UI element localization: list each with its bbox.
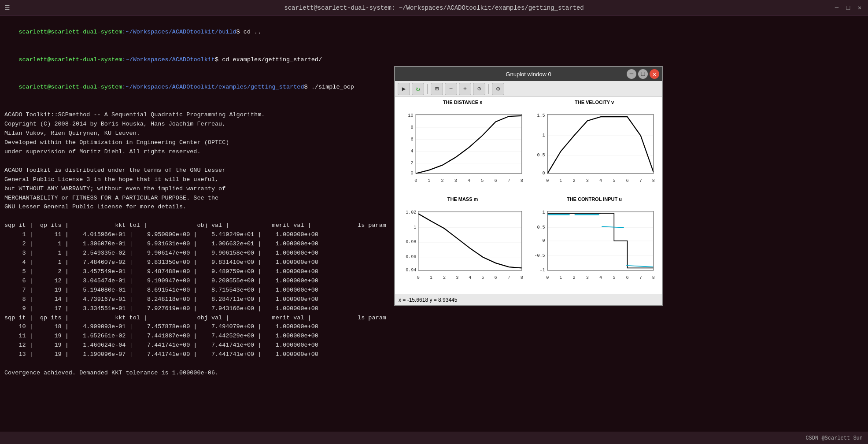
svg-text:6: 6 — [626, 275, 628, 280]
plot-velocity: THE VELOCITY v 1.5 1 0.5 0 0 1 2 3 4 5 6 — [528, 99, 660, 196]
svg-text:5: 5 — [481, 178, 484, 183]
maximize-button[interactable]: □ — [844, 4, 852, 12]
svg-text:6: 6 — [411, 137, 414, 142]
svg-text:1: 1 — [414, 225, 416, 229]
gnuplot-window: Gnuplot window 0 ─ □ ✕ ▶ ↻ ⊞ − + ⊙ ⚙ THE… — [394, 66, 663, 306]
svg-text:8: 8 — [652, 275, 655, 280]
svg-text:6: 6 — [494, 275, 497, 280]
svg-text:4: 4 — [599, 178, 602, 183]
title-bar-title: scarlett@scarlett-dual-system: ~/Workspa… — [284, 4, 584, 11]
svg-text:4: 4 — [599, 275, 602, 280]
svg-text:1.02: 1.02 — [406, 210, 416, 215]
svg-text:8: 8 — [521, 275, 523, 280]
plot-mass-title: THE MASS m — [447, 196, 478, 202]
table-row-6: 6 | 12 | 3.045474e-01 | 9.190947e+00 | 9… — [4, 277, 388, 286]
svg-text:5: 5 — [613, 178, 615, 183]
plot-mass-svg: 1.02 1 0.98 0.96 0.94 0 1 2 3 4 5 6 7 8 — [399, 203, 527, 292]
plot-distance: THE DISTANCE s 10 8 6 4 2 0 0 1 — [397, 99, 528, 196]
prompt-cmd-2: $ cd examples/getting_started/ — [215, 56, 322, 63]
toolbar-sep-2 — [488, 84, 489, 94]
toolbar-zoom-out-button[interactable]: − — [445, 83, 457, 95]
svg-text:2: 2 — [573, 178, 576, 183]
plot-velocity-svg: 1.5 1 0.5 0 0 1 2 3 4 5 6 7 8 — [530, 106, 658, 195]
svg-rect-0 — [416, 115, 522, 174]
svg-text:1: 1 — [430, 275, 432, 280]
svg-text:7: 7 — [639, 178, 642, 183]
gnuplot-window-controls: ─ □ ✕ — [627, 69, 659, 79]
title-bar: ☰ scarlett@scarlett-dual-system: ~/Works… — [0, 0, 868, 16]
gnuplot-minimize-button[interactable]: ─ — [627, 69, 636, 79]
svg-text:7: 7 — [508, 275, 510, 280]
toolbar-settings-button[interactable]: ⚙ — [492, 83, 504, 95]
toolbar-refresh-button[interactable]: ↻ — [412, 83, 424, 95]
svg-text:3: 3 — [456, 275, 458, 280]
svg-text:2: 2 — [443, 275, 446, 280]
toolbar-zoom-fit-button[interactable]: ⊙ — [473, 83, 485, 95]
plot-control-title: THE CONTROL INPUT u — [567, 196, 622, 202]
cmd-line-2: scarlett@scarlett-dual-system:~/Workspac… — [4, 46, 388, 74]
gnuplot-plot-area: THE DISTANCE s 10 8 6 4 2 0 0 1 — [395, 97, 662, 294]
svg-text:0: 0 — [411, 171, 414, 176]
svg-text:1: 1 — [543, 133, 545, 138]
terminal: scarlett@scarlett-dual-system:~/Workspac… — [0, 16, 392, 444]
prompt-cmd-3: $ ./simple_ocp — [304, 84, 354, 90]
table-row-2: 2 | 1 | 1.306070e-01 | 9.931631e+00 | 1.… — [4, 240, 388, 249]
title-bar-controls: ─ □ ✕ — [833, 4, 864, 12]
svg-rect-40 — [418, 211, 522, 270]
svg-text:6: 6 — [626, 178, 628, 183]
prompt-user-1: scarlett@scarlett-dual-system — [18, 29, 122, 35]
cmd-line-1: scarlett@scarlett-dual-system:~/Workspac… — [4, 18, 388, 46]
svg-text:2: 2 — [441, 178, 444, 183]
svg-text:5: 5 — [613, 275, 615, 280]
close-button[interactable]: ✕ — [856, 4, 864, 12]
table-row-11: 11 | 19 | 1.652661e-02 | 7.441887e+00 | … — [4, 332, 388, 341]
svg-text:8: 8 — [521, 178, 523, 183]
table-row-1: 1 | 11 | 4.015966e+01 | 9.950000e+00 | 5… — [4, 230, 388, 240]
toolbar-grid-button[interactable]: ⊞ — [431, 83, 443, 95]
toolbar-sep-1 — [427, 84, 428, 94]
svg-text:1: 1 — [559, 178, 562, 183]
svg-text:2: 2 — [573, 275, 576, 280]
svg-text:0.5: 0.5 — [537, 225, 545, 229]
gnuplot-coordinates: x = -15.6618 y = 8.93445 — [399, 297, 457, 303]
prompt-cmd-1: $ cd .. — [236, 29, 262, 35]
text-license-4: MERCHANTABILITY or FITNESS FOR A PARTICU… — [4, 194, 388, 203]
table-row-5: 5 | 2 | 3.457549e-01 | 9.487488e+00 | 9.… — [4, 267, 388, 277]
text-license-1: ACADO Toolkit is distributed under the t… — [4, 166, 388, 175]
svg-text:4: 4 — [411, 149, 414, 154]
svg-text:3: 3 — [586, 178, 589, 183]
svg-text:2: 2 — [411, 161, 414, 166]
svg-text:0.94: 0.94 — [406, 268, 416, 273]
text-acado-4: Developed within the Optimization in Eng… — [4, 138, 388, 148]
bottom-bar: CSDN @Scarlett Sun — [0, 432, 868, 444]
bottom-label: CSDN @Scarlett Sun — [805, 435, 863, 441]
svg-text:0.98: 0.98 — [406, 240, 416, 244]
svg-text:-0.5: -0.5 — [534, 253, 545, 258]
prompt-user-2: scarlett@scarlett-dual-system — [18, 56, 122, 63]
minimize-button[interactable]: ─ — [833, 4, 841, 12]
svg-text:7: 7 — [639, 275, 642, 280]
toolbar-arrow-button[interactable]: ▶ — [398, 83, 410, 95]
blank-line-1 — [4, 101, 388, 111]
svg-text:-1: -1 — [539, 268, 545, 273]
text-acado-3: Milan Vukov, Rien Quirynen, KU Leuven. — [4, 129, 388, 138]
svg-text:4: 4 — [468, 178, 470, 183]
svg-text:3: 3 — [586, 275, 589, 280]
svg-text:5: 5 — [481, 275, 484, 280]
gnuplot-toolbar: ▶ ↻ ⊞ − + ⊙ ⚙ — [395, 81, 662, 97]
plot-control-svg: 1 0.5 0 -0.5 -1 0 1 2 3 4 5 6 7 8 — [530, 203, 658, 292]
gnuplot-maximize-button[interactable]: □ — [638, 69, 648, 79]
table-row-9: 9 | 17 | 3.334551e-01 | 7.927619e+00 | 7… — [4, 304, 388, 314]
table-row-3: 3 | 1 | 2.549335e-02 | 9.906147e+00 | 9.… — [4, 249, 388, 258]
svg-text:7: 7 — [508, 178, 510, 183]
toolbar-zoom-in-button[interactable]: + — [459, 83, 471, 95]
text-license-2: General Public License 3 in the hope tha… — [4, 175, 388, 185]
gnuplot-titlebar: Gnuplot window 0 ─ □ ✕ — [395, 67, 662, 81]
plot-distance-svg: 10 8 6 4 2 0 0 1 2 3 4 5 6 7 — [399, 106, 527, 195]
blank-line-2 — [4, 157, 388, 166]
table-row-13: 13 | 19 | 1.190096e-07 | 7.441741e+00 | … — [4, 350, 388, 359]
table-header-1: sqp it | qp its | kkt tol | obj val | me… — [4, 221, 388, 230]
table-row-10: 10 | 18 | 4.999093e-01 | 7.457878e+00 | … — [4, 322, 388, 332]
gnuplot-close-button[interactable]: ✕ — [650, 69, 659, 79]
plot-distance-title: THE DISTANCE s — [443, 100, 483, 105]
